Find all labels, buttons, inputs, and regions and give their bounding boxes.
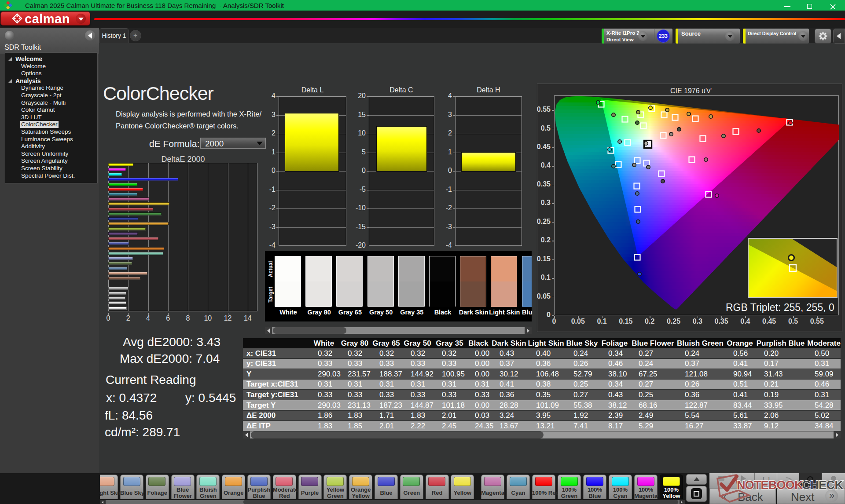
svg-text:NOTEBOOK: NOTEBOOK bbox=[737, 478, 803, 492]
svg-text:CHECK: CHECK bbox=[802, 478, 844, 492]
